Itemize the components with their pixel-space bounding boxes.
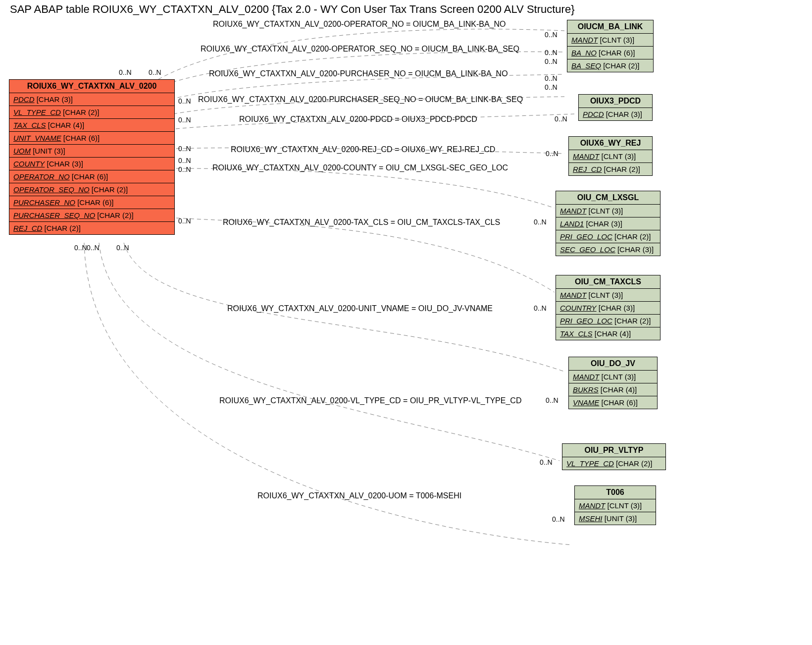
- field-name: PURCHASER_SEQ_NO: [13, 211, 95, 219]
- entity-field-row: MANDT [CLNT (3)]: [575, 499, 656, 512]
- entity-field-row: MANDT [CLNT (3)]: [567, 34, 653, 46]
- entity-header: OIUCM_BA_LINK: [567, 20, 653, 34]
- relation-label: ROIUX6_WY_CTAXTXN_ALV_0200-PURCHASER_NO …: [209, 69, 508, 78]
- entity-oiux3-pdcd: OIUX3_PDCD PDCD [CHAR (3)]: [578, 94, 653, 121]
- field-type: [CHAR (6)]: [63, 134, 100, 142]
- entity-field-row: MANDT [CLNT (3)]: [556, 205, 660, 217]
- entity-field-row: REJ_CD [CHAR (2)]: [569, 162, 652, 175]
- relation-label: ROIUX6_WY_CTAXTXN_ALV_0200-OPERATOR_SEQ_…: [201, 45, 519, 54]
- relation-label: ROIUX6_WY_CTAXTXN_ALV_0200-PDCD = OIUX3_…: [239, 115, 477, 124]
- field-name: VNAME: [573, 398, 599, 407]
- entity-oiu-cm-lxsgl: OIU_CM_LXSGL MANDT [CLNT (3)]LAND1 [CHAR…: [556, 191, 660, 256]
- field-name: BA_SEQ: [571, 61, 601, 70]
- field-type: [UNIT (3)]: [33, 147, 65, 155]
- card: 0..N: [178, 157, 191, 164]
- field-type: [CHAR (3)]: [617, 245, 654, 254]
- entity-field-row: LAND1 [CHAR (3)]: [556, 217, 660, 230]
- entity-field-row: OPERATOR_NO [CHAR (6)]: [9, 170, 174, 183]
- entity-main-header: ROIUX6_WY_CTAXTXN_ALV_0200: [9, 80, 174, 93]
- card: 0..N: [178, 145, 191, 153]
- diagram-title: SAP ABAP table ROIUX6_WY_CTAXTXN_ALV_020…: [10, 3, 575, 16]
- entity-field-row: VL_TYPE_CD [CHAR (2)]: [9, 106, 174, 118]
- card: 0..N: [552, 515, 565, 523]
- relation-label: ROIUX6_WY_CTAXTXN_ALV_0200-COUNTY = OIU_…: [212, 163, 508, 172]
- relation-label: ROIUX6_WY_CTAXTXN_ALV_0200-PURCHASER_SEQ…: [198, 95, 523, 104]
- entity-field-row: PURCHASER_SEQ_NO [CHAR (2)]: [9, 209, 174, 221]
- entity-field-row: BA_SEQ [CHAR (2)]: [567, 59, 653, 72]
- entity-field-row: COUNTY [CHAR (3)]: [9, 157, 174, 170]
- field-type: [CHAR (2)]: [63, 108, 99, 116]
- entity-field-row: PURCHASER_NO [CHAR (6)]: [9, 196, 174, 209]
- card: 0..N: [534, 218, 547, 226]
- field-type: [CHAR (4)]: [601, 385, 637, 394]
- entity-field-row: REJ_CD [CHAR (2)]: [9, 221, 174, 234]
- field-type: [CHAR (3)]: [586, 219, 622, 228]
- field-type: [CHAR (2)]: [616, 459, 652, 468]
- entity-field-row: VL_TYPE_CD [CHAR (2)]: [562, 457, 665, 470]
- field-name: SEC_GEO_LOC: [560, 245, 615, 254]
- field-name: MANDT: [573, 152, 599, 161]
- field-name: MANDT: [560, 207, 586, 215]
- card: 0..N: [545, 57, 558, 65]
- field-type: [CHAR (6)]: [602, 398, 638, 407]
- field-name: PDCD: [13, 95, 35, 104]
- field-type: [CHAR (3)]: [606, 110, 642, 118]
- card: 0..N: [545, 83, 558, 91]
- entity-header: OIU_CM_LXSGL: [556, 191, 660, 205]
- field-type: [CHAR (4)]: [48, 121, 84, 129]
- entity-field-row: SEC_GEO_LOC [CHAR (3)]: [556, 243, 660, 256]
- card: 0..N: [546, 396, 558, 404]
- relation-label: ROIUX6_WY_CTAXTXN_ALV_0200-UOM = T006-MS…: [257, 491, 461, 500]
- field-type: [CLNT (3)]: [602, 152, 636, 161]
- field-type: [UNIT (3)]: [605, 514, 637, 523]
- card: 0..N: [116, 244, 129, 252]
- card: 0..N: [74, 244, 87, 252]
- entity-field-row: MANDT [CLNT (3)]: [569, 371, 657, 383]
- entity-header: OIU_PR_VLTYP: [562, 444, 665, 457]
- field-name: BUKRS: [573, 385, 599, 394]
- field-name: MANDT: [579, 501, 605, 510]
- entity-field-row: MANDT [CLNT (3)]: [556, 289, 660, 301]
- field-type: [CHAR (6)]: [77, 198, 113, 207]
- entity-field-row: UNIT_VNAME [CHAR (6)]: [9, 131, 174, 144]
- entity-header: T006: [575, 486, 656, 499]
- field-name: MSEHI: [579, 514, 603, 523]
- entity-field-row: PDCD [CHAR (3)]: [579, 108, 652, 120]
- relation-label: ROIUX6_WY_CTAXTXN_ALV_0200-UNIT_VNAME = …: [227, 304, 493, 313]
- field-type: [CLNT (3)]: [589, 291, 623, 299]
- field-name: TAX_CLS: [13, 121, 46, 129]
- field-type: [CHAR (6)]: [72, 172, 108, 181]
- field-type: [CHAR (2)]: [604, 165, 640, 173]
- field-type: [CHAR (6)]: [599, 49, 635, 57]
- entity-oiux6-wy-rej: OIUX6_WY_REJ MANDT [CLNT (3)]REJ_CD [CHA…: [568, 136, 653, 176]
- entity-field-row: PRI_GEO_LOC [CHAR (2)]: [556, 314, 660, 327]
- entity-header: OIUX6_WY_REJ: [569, 137, 652, 150]
- entity-header: OIUX3_PDCD: [579, 95, 652, 108]
- field-name: UOM: [13, 147, 31, 155]
- field-type: [CHAR (2)]: [97, 211, 133, 219]
- card: 0..N: [178, 116, 191, 124]
- entity-field-row: MSEHI [UNIT (3)]: [575, 512, 656, 525]
- field-type: [CHAR (3)]: [37, 95, 73, 104]
- field-name: REJ_CD: [573, 165, 602, 173]
- field-type: [CHAR (4)]: [595, 329, 631, 338]
- entity-field-row: COUNTRY [CHAR (3)]: [556, 301, 660, 314]
- entity-field-row: TAX_CLS [CHAR (4)]: [9, 118, 174, 131]
- entity-header: OIU_DO_JV: [569, 357, 657, 371]
- entity-field-row: OPERATOR_SEQ_NO [CHAR (2)]: [9, 183, 174, 196]
- entity-field-row: VNAME [CHAR (6)]: [569, 396, 657, 409]
- field-name: OPERATOR_NO: [13, 172, 70, 181]
- entity-oiu-cm-taxcls: OIU_CM_TAXCLS MANDT [CLNT (3)]COUNTRY [C…: [556, 275, 660, 340]
- field-type: [CHAR (2)]: [614, 232, 651, 241]
- entity-t006: T006 MANDT [CLNT (3)]MSEHI [UNIT (3)]: [574, 485, 656, 525]
- card: 0..N: [119, 68, 132, 76]
- field-type: [CHAR (3)]: [599, 304, 635, 312]
- field-type: [CLNT (3)]: [602, 373, 636, 381]
- entity-header: OIU_CM_TAXCLS: [556, 275, 660, 289]
- field-type: [CLNT (3)]: [589, 207, 623, 215]
- entity-field-row: MANDT [CLNT (3)]: [569, 150, 652, 162]
- card: 0..N: [540, 458, 553, 466]
- card: 0..N: [545, 49, 558, 56]
- relation-label: ROIUX6_WY_CTAXTXN_ALV_0200-OPERATOR_NO =…: [213, 20, 506, 29]
- card: 0..N: [149, 68, 161, 76]
